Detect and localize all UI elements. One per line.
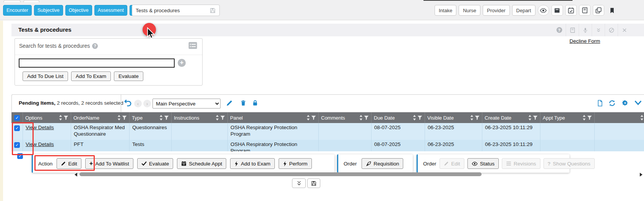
sort-icon[interactable]: [413, 115, 416, 121]
revisions-button-disabled[interactable]: Revisions: [502, 158, 540, 169]
filter-icon[interactable]: [533, 115, 538, 120]
edit-button[interactable]: Edit: [57, 158, 81, 169]
column-header-panel[interactable]: Panel: [228, 112, 319, 123]
column-header-instructions[interactable]: Instructions: [172, 112, 228, 123]
sort-icon[interactable]: [59, 115, 62, 121]
nav-back-icon[interactable]: ‹: [134, 100, 142, 107]
sort-icon[interactable]: [528, 115, 532, 121]
filter-icon[interactable]: [164, 115, 169, 120]
column-header-appt-type[interactable]: Appt Type: [540, 112, 595, 123]
evaluate-button[interactable]: Evaluate: [114, 71, 143, 81]
horizontal-scrollbar-thumb[interactable]: [79, 172, 482, 176]
sort-icon[interactable]: [307, 115, 310, 121]
provider-button[interactable]: Provider: [483, 5, 509, 16]
intake-button[interactable]: Intake: [435, 5, 456, 16]
pencil-icon: [444, 161, 449, 166]
trash-icon[interactable]: [240, 99, 247, 108]
save-section-button[interactable]: [307, 178, 320, 188]
filter-icon[interactable]: [220, 115, 225, 120]
sort-icon[interactable]: [117, 115, 121, 121]
tab-encounter[interactable]: Encounter: [3, 5, 32, 16]
list-icon[interactable]: [188, 42, 198, 51]
chevron-down-icon[interactable]: [634, 100, 642, 107]
tab-subjective[interactable]: Subjective: [34, 5, 63, 16]
close-icon[interactable]: [618, 24, 631, 36]
column-header-create-date[interactable]: Create Date: [482, 112, 540, 123]
column-header-type[interactable]: Type: [130, 112, 172, 123]
section-header-icons: ?: [553, 24, 631, 36]
nav-forward-icon[interactable]: ›: [143, 100, 151, 107]
perform-button[interactable]: Perform: [279, 158, 312, 169]
double-chevron-down-icon[interactable]: [592, 24, 605, 36]
book-icon[interactable]: [579, 5, 590, 16]
add-icon[interactable]: +: [178, 59, 186, 67]
sort-icon[interactable]: [216, 115, 219, 121]
filter-icon[interactable]: [122, 115, 127, 120]
save-icon[interactable]: [209, 7, 216, 14]
depart-button[interactable]: Depart: [512, 5, 535, 16]
filter-icon[interactable]: [417, 115, 422, 120]
eye-icon[interactable]: [538, 5, 549, 16]
new-file-icon[interactable]: [597, 99, 603, 109]
scroll-right-arrow[interactable]: [640, 173, 642, 177]
filter-icon[interactable]: [475, 115, 480, 120]
column-header-due-date[interactable]: Due Date: [371, 112, 425, 123]
select-all-checkbox[interactable]: ✓: [11, 112, 23, 123]
block-icon[interactable]: [605, 24, 618, 36]
lock-icon[interactable]: [252, 99, 258, 108]
column-header-options[interactable]: Options: [23, 112, 71, 123]
tab-assessment[interactable]: Assessment: [94, 5, 127, 16]
collapse-section-button[interactable]: [292, 178, 306, 188]
sort-icon[interactable]: [359, 115, 363, 121]
undo-icon[interactable]: [123, 99, 132, 109]
add-to-due-list-button[interactable]: Add To Due List: [23, 71, 68, 81]
archive-icon[interactable]: [552, 5, 563, 16]
sort-icon[interactable]: [582, 115, 586, 121]
stage-buttons: Intake Nurse Provider Depart: [435, 5, 618, 16]
microphone-icon[interactable]: [579, 24, 592, 36]
bookmark-icon[interactable]: [607, 5, 618, 16]
search-input[interactable]: [19, 58, 175, 68]
requisition-button[interactable]: Requisition: [362, 158, 404, 169]
filter-icon[interactable]: [364, 115, 369, 120]
schedule-appt-button[interactable]: Schedule Appt: [177, 158, 226, 169]
filter-icon[interactable]: [587, 115, 592, 120]
copy-icon[interactable]: [593, 5, 604, 16]
decline-form-link[interactable]: Decline Form: [569, 38, 600, 44]
table-row: ✓ View Details OSHA Respirator Med Quest…: [11, 123, 644, 140]
help-icon[interactable]: ?: [92, 43, 98, 49]
column-header-ordername[interactable]: OrderName: [71, 112, 130, 123]
filter-icon[interactable]: [311, 115, 316, 120]
row-checkbox[interactable]: ✓: [11, 123, 23, 140]
search-buttons: Add To Due List Add To Exam Evaluate: [23, 71, 143, 81]
view-details-link[interactable]: View Details: [26, 125, 54, 130]
book-icon[interactable]: [566, 24, 579, 36]
evaluate-button[interactable]: Evaluate: [137, 158, 174, 169]
column-header-visible-date[interactable]: Visible Date: [425, 112, 482, 123]
add-to-exam-button[interactable]: Add to Exam: [230, 158, 274, 169]
help-icon[interactable]: ?: [553, 24, 566, 36]
gear-icon[interactable]: [621, 99, 629, 108]
nurse-button[interactable]: Nurse: [459, 5, 480, 16]
row-checkbox[interactable]: ✓: [11, 140, 23, 151]
status-button[interactable]: Status: [467, 158, 499, 169]
add-to-waitlist-button[interactable]: + Add To Waitlist: [85, 158, 133, 169]
order-edit-button-disabled[interactable]: Edit: [440, 158, 464, 169]
edit-pencil-icon[interactable]: [226, 99, 233, 108]
sort-icon[interactable]: [470, 115, 474, 121]
show-questions-button-disabled[interactable]: ? Show Questions: [543, 158, 595, 169]
scroll-left-arrow[interactable]: [75, 173, 77, 177]
perspective-select[interactable]: Main Perspective: [152, 99, 221, 109]
column-header-comments[interactable]: Comments: [319, 112, 371, 123]
filter-icon[interactable]: [63, 115, 68, 120]
sort-icon[interactable]: [640, 115, 644, 121]
calendar-check-icon[interactable]: [565, 5, 577, 16]
footer-checkbox[interactable]: ✓: [17, 153, 23, 159]
view-details-link[interactable]: View Details: [26, 141, 54, 147]
refresh-icon[interactable]: [608, 99, 616, 109]
tab-tests-procedures-active[interactable]: Tests & procedures: [132, 5, 220, 16]
add-to-exam-button[interactable]: Add To Exam: [71, 71, 111, 81]
sort-icon[interactable]: [159, 115, 163, 121]
cutoff-button: [23, 0, 39, 2]
tab-objective[interactable]: Objective: [65, 5, 92, 16]
